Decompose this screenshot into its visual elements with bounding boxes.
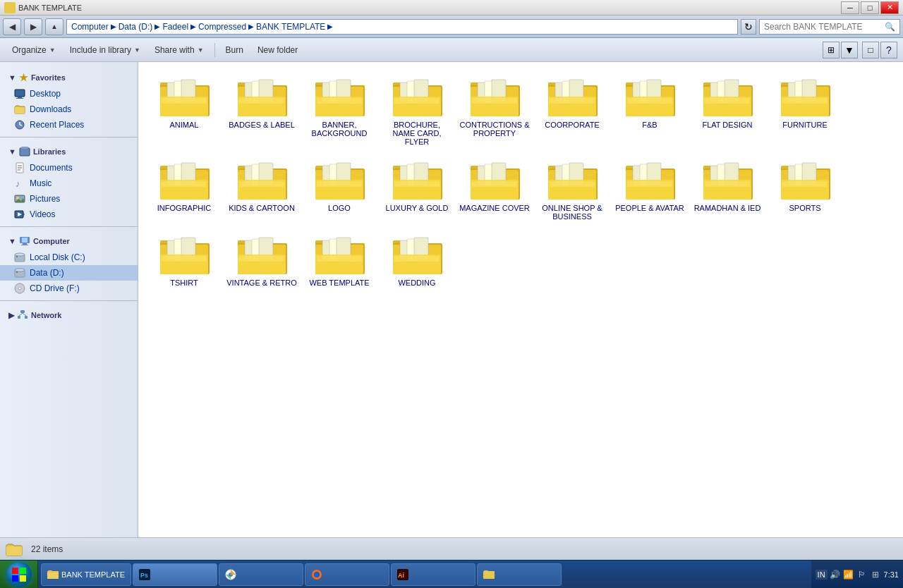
folder-label: COORPORATE bbox=[545, 121, 599, 129]
share-with-button[interactable]: Share with ▼ bbox=[148, 41, 210, 59]
sidebar-item-videos[interactable]: Videos bbox=[0, 207, 138, 222]
folder-label: CONTRUCTIONS & PROPERTY bbox=[459, 121, 530, 137]
folder-item[interactable]: CONTRUCTIONS & PROPERTY bbox=[456, 69, 533, 152]
sidebar-item-recent-places[interactable]: Recent Places bbox=[0, 117, 138, 133]
sidebar-item-pictures[interactable]: Pictures bbox=[0, 191, 138, 207]
taskbar-file-explorer[interactable]: BANK TEMPLATE bbox=[41, 563, 131, 586]
include-in-library-button[interactable]: Include in library ▼ bbox=[63, 41, 147, 59]
volume-icon[interactable]: 🔊 bbox=[830, 569, 841, 580]
organize-button[interactable]: Organize ▼ bbox=[6, 41, 62, 59]
folder-item[interactable]: SPORTS bbox=[766, 152, 844, 227]
svg-rect-32 bbox=[20, 310, 25, 313]
svg-rect-2 bbox=[16, 98, 23, 99]
details-pane-button[interactable]: □ bbox=[862, 42, 879, 59]
favorites-section[interactable]: ▼ ★ Favorites bbox=[0, 68, 138, 86]
svg-rect-72 bbox=[550, 98, 595, 104]
folder-item[interactable]: ONLINE SHOP & BUSINESS bbox=[533, 152, 611, 227]
sidebar-item-music[interactable]: ♪ Music bbox=[0, 176, 138, 191]
refresh-button[interactable]: ↻ bbox=[741, 19, 756, 35]
svg-line-35 bbox=[19, 313, 23, 316]
folder-svg bbox=[159, 159, 210, 201]
breadcrumb-datad[interactable]: Data (D:) bbox=[119, 22, 153, 32]
folder-label: KIDS & CARTOON bbox=[229, 204, 295, 212]
up-button[interactable]: ▲ bbox=[45, 18, 63, 35]
folder-item[interactable]: VINTAGE & RETRO bbox=[223, 227, 301, 293]
taskbar-folder-task[interactable] bbox=[477, 563, 562, 586]
svg-rect-3 bbox=[15, 107, 25, 114]
sidebar-item-cd-drive-f[interactable]: CD Drive (F:) bbox=[0, 281, 138, 296]
folder-label: MAGAZINE COVER bbox=[459, 204, 530, 212]
folder-item[interactable]: PEOPLE & AVATAR bbox=[611, 152, 689, 227]
folder-item[interactable]: RAMADHAN & IED bbox=[689, 152, 766, 227]
computer-section[interactable]: ▼ Computer bbox=[0, 231, 138, 250]
taskbar-illustrator[interactable]: Ai bbox=[391, 563, 475, 586]
view-small-button[interactable]: ⊞ bbox=[823, 42, 840, 59]
svg-rect-90 bbox=[782, 98, 828, 104]
folder-item[interactable]: BANNER, BACKGROUND bbox=[301, 69, 378, 152]
minimize-button[interactable]: ─ bbox=[841, 1, 859, 14]
sidebar-item-downloads[interactable]: Downloads bbox=[0, 102, 138, 117]
libraries-icon bbox=[19, 146, 30, 157]
burn-button[interactable]: Burn bbox=[219, 41, 250, 59]
folder-svg bbox=[469, 75, 520, 118]
taskbar-folder-icon bbox=[483, 569, 495, 580]
start-button[interactable] bbox=[0, 561, 38, 589]
search-input[interactable] bbox=[764, 22, 882, 32]
status-bar: 22 items bbox=[0, 537, 903, 560]
breadcrumb-fadeel[interactable]: Fadeel bbox=[162, 22, 188, 32]
folder-svg bbox=[159, 233, 210, 276]
close-button[interactable]: ✕ bbox=[880, 1, 899, 14]
svg-rect-54 bbox=[317, 98, 362, 104]
taskbar-lang[interactable]: IN bbox=[816, 570, 828, 580]
folder-item[interactable]: LOGO bbox=[301, 152, 378, 227]
sidebar-item-documents[interactable]: Documents bbox=[0, 160, 138, 176]
help-button[interactable]: ? bbox=[880, 42, 897, 59]
sidebar-item-local-disk-c[interactable]: Local Disk (C:) bbox=[0, 250, 138, 265]
breadcrumb-compressed[interactable]: Compressed bbox=[198, 22, 246, 32]
folder-label: LUXURY & GOLD bbox=[386, 204, 449, 212]
folder-item[interactable]: COORPORATE bbox=[533, 69, 611, 152]
view-list-button[interactable]: ▼ bbox=[841, 42, 858, 59]
svg-line-6 bbox=[20, 125, 22, 125]
new-folder-button[interactable]: New folder bbox=[251, 41, 304, 59]
folder-item[interactable]: FLAT DESIGN bbox=[689, 69, 766, 152]
folder-item[interactable]: INFOGRAPHIC bbox=[145, 152, 223, 227]
folder-item[interactable]: KIDS & CARTOON bbox=[223, 152, 301, 227]
folder-item[interactable]: ANIMAL bbox=[145, 69, 223, 152]
taskbar-firefox[interactable] bbox=[305, 563, 389, 586]
windows-logo bbox=[11, 566, 28, 583]
maximize-button[interactable]: □ bbox=[861, 1, 879, 14]
svg-rect-78 bbox=[627, 98, 672, 104]
folder-item[interactable]: FURNITURE bbox=[766, 69, 844, 152]
view-buttons: ⊞ ▼ bbox=[823, 42, 858, 59]
network-status-icon[interactable]: 📶 bbox=[843, 569, 854, 580]
sidebar-item-data-d[interactable]: Data (D:) bbox=[0, 265, 138, 281]
forward-button[interactable]: ▶ bbox=[24, 18, 42, 35]
taskbar-photoshop[interactable]: Ps bbox=[133, 563, 217, 586]
folder-item[interactable]: TSHIRT bbox=[145, 227, 223, 293]
folder-svg bbox=[780, 75, 830, 118]
folder-item[interactable]: MAGAZINE COVER bbox=[456, 152, 533, 227]
folder-item[interactable]: BROCHURE, NAME CARD, FLYER bbox=[378, 69, 456, 152]
folder-item[interactable]: LUXURY & GOLD bbox=[378, 152, 456, 227]
svg-rect-66 bbox=[472, 98, 517, 104]
folder-item[interactable]: WEDDING bbox=[378, 227, 456, 293]
search-box[interactable]: 🔍 bbox=[759, 19, 900, 35]
folder-item[interactable]: BADGES & LABEL bbox=[223, 69, 301, 152]
libraries-section[interactable]: ▼ Libraries bbox=[0, 142, 138, 160]
sidebar-item-desktop[interactable]: Desktop bbox=[0, 86, 138, 102]
back-button[interactable]: ◀ bbox=[3, 18, 21, 35]
toolbar: Organize ▼ Include in library ▼ Share wi… bbox=[0, 38, 903, 62]
address-path[interactable]: Computer ▶ Data (D:) ▶ Fadeel ▶ Compress… bbox=[66, 19, 738, 35]
taskbar-browser-chrome[interactable] bbox=[219, 563, 303, 586]
folder-item[interactable]: F&B bbox=[611, 69, 689, 152]
svg-rect-170 bbox=[12, 568, 18, 574]
breadcrumb-banktemplate[interactable]: BANK TEMPLATE bbox=[256, 22, 325, 32]
svg-rect-102 bbox=[239, 181, 284, 187]
folder-label: LOGO bbox=[328, 204, 351, 212]
network-section[interactable]: ▶ Network bbox=[0, 305, 138, 324]
taskbar-time: 7:31 bbox=[884, 570, 899, 579]
cd-icon bbox=[14, 283, 25, 294]
breadcrumb-computer[interactable]: Computer bbox=[71, 22, 109, 32]
folder-item[interactable]: WEB TEMPLATE bbox=[301, 227, 378, 293]
